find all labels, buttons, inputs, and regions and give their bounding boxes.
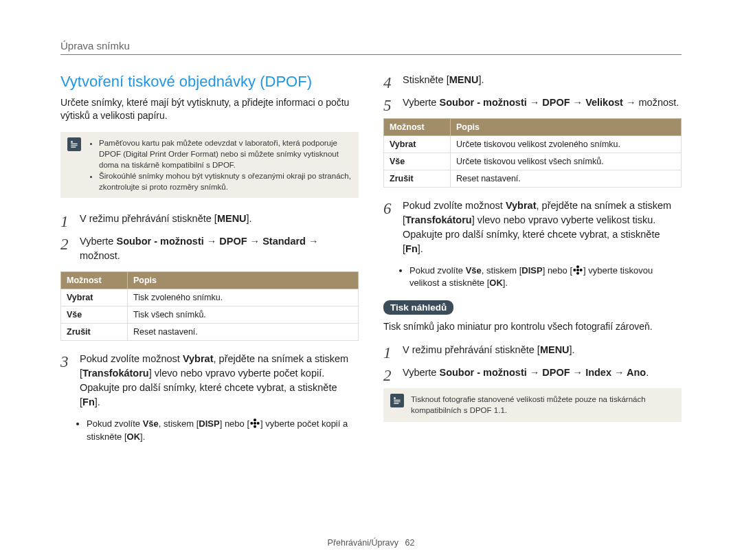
svg-point-1 bbox=[254, 419, 256, 422]
step-item: 1 V režimu přehrávání stiskněte [MENU]. bbox=[60, 212, 359, 226]
options-table-size: MožnostPopis VybratUrčete tiskovou velik… bbox=[383, 118, 682, 188]
fn-key: Fn bbox=[82, 396, 95, 407]
step-item: 4 Stiskněte [MENU]. bbox=[383, 73, 682, 87]
content-columns: Vytvoření tiskové objednávky (DPOF) Urče… bbox=[60, 73, 682, 450]
right-column: 4 Stiskněte [MENU]. 5 Vyberte Soubor - m… bbox=[383, 73, 682, 450]
sub-bullet: Pokud zvolíte Vše, stiskem [DISP] nebo [… bbox=[409, 265, 682, 289]
svg-point-5 bbox=[576, 269, 579, 271]
section-title: Vytvoření tiskové objednávky (DPOF) bbox=[60, 73, 359, 91]
manual-page: Úprava snímku Vytvoření tiskové objednáv… bbox=[0, 0, 742, 560]
svg-point-8 bbox=[573, 269, 576, 271]
thumbnails-sub: Tisk snímků jako miniatur pro kontrolu v… bbox=[383, 320, 682, 333]
svg-point-0 bbox=[254, 422, 256, 425]
step-item: 1 V režimu přehrávání stiskněte [MENU]. bbox=[383, 343, 682, 357]
header-title: Úprava snímku bbox=[60, 40, 682, 54]
left-column: Vytvoření tiskové objednávky (DPOF) Urče… bbox=[60, 73, 359, 450]
menu-path: Soubor - možnosti → DPOF → Standard → bbox=[116, 236, 318, 247]
intro-paragraph: Určete snímky, které mají být vytisknuty… bbox=[60, 96, 359, 122]
header-divider bbox=[60, 54, 682, 55]
macro-icon bbox=[249, 418, 260, 429]
svg-point-2 bbox=[254, 425, 256, 428]
note-bullet: Širokoúhlé snímky mohou být vytisknuty s… bbox=[99, 170, 352, 192]
svg-point-7 bbox=[576, 272, 579, 275]
thumbnails-heading: Tisk náhledů bbox=[383, 300, 453, 315]
step-item: 6 Pokud zvolíte možnost Vybrat, přejděte… bbox=[383, 199, 682, 256]
note-box: Tisknout fotografie stanovené velikosti … bbox=[383, 388, 682, 421]
note-box: Paměťovou kartu pak můžete odevzdat v la… bbox=[60, 132, 359, 198]
macro-icon bbox=[572, 265, 583, 276]
svg-point-9 bbox=[580, 269, 583, 271]
svg-point-4 bbox=[257, 422, 260, 425]
step-item: 3 Pokud zvolíte možnost Vybrat, přejděte… bbox=[60, 352, 359, 410]
menu-key: MENU bbox=[217, 213, 247, 224]
step-item: 5 Vyberte Soubor - možnosti → DPOF → Vel… bbox=[383, 96, 682, 110]
step-item: 2 Vyberte Soubor - možnosti → DPOF → Sta… bbox=[60, 234, 359, 263]
info-icon bbox=[390, 394, 404, 407]
note-bullet: Paměťovou kartu pak můžete odevzdat v la… bbox=[99, 137, 352, 170]
page-number: 62 bbox=[405, 538, 415, 548]
svg-point-6 bbox=[576, 265, 579, 268]
sub-bullet: Pokud zvolíte Vše, stiskem [DISP] nebo [… bbox=[87, 418, 359, 443]
info-icon bbox=[67, 137, 81, 151]
svg-point-3 bbox=[250, 422, 253, 425]
options-table-standard: MožnostPopis VybratTisk zvoleného snímku… bbox=[60, 271, 359, 341]
page-footer: Přehráváni/Úpravy 62 bbox=[0, 538, 742, 548]
step-item: 2 Vyberte Soubor - možnosti → DPOF → Ind… bbox=[383, 366, 682, 380]
